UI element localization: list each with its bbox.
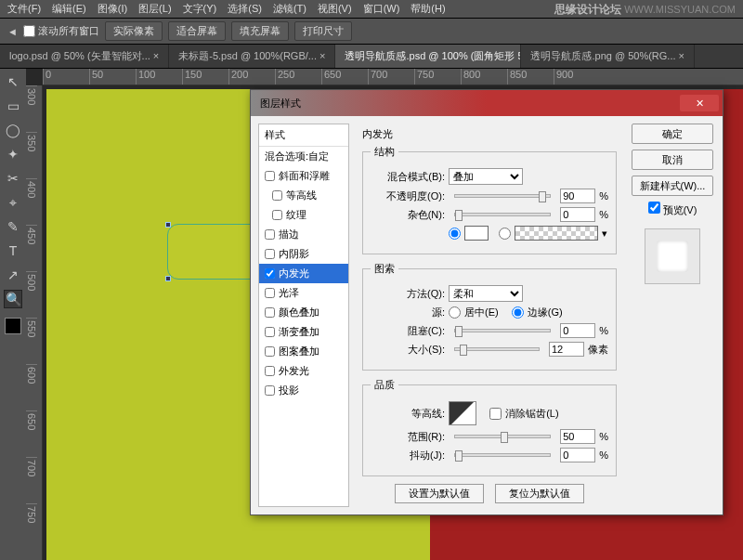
style-checkbox[interactable] [265, 307, 275, 318]
close-icon[interactable]: ✕ [680, 95, 719, 111]
dropdown-icon[interactable]: ▾ [602, 228, 607, 240]
menu-window[interactable]: 窗口(W) [363, 2, 400, 16]
style-item[interactable]: 内发光 [259, 264, 348, 283]
document-tabs: logo.psd @ 50% (矢量智能对... × 未标题-5.psd @ 1… [0, 45, 743, 69]
noise-slider[interactable] [454, 213, 551, 216]
style-item[interactable]: 颜色叠加 [259, 303, 348, 322]
style-item[interactable]: 纹理 [259, 205, 348, 225]
doc-tab[interactable]: 未标题-5.psd @ 100%(RGB/... × [169, 45, 335, 68]
range-input[interactable] [560, 429, 595, 444]
dialog-titlebar[interactable]: 图层样式 ✕ [251, 90, 723, 116]
fit-screen-button[interactable]: 适合屏幕 [168, 21, 226, 41]
foreground-swatch[interactable] [5, 318, 21, 334]
style-checkbox[interactable] [265, 288, 275, 298]
menu-filter[interactable]: 滤镜(T) [273, 2, 306, 16]
menu-type[interactable]: 文字(Y) [183, 2, 217, 16]
style-item[interactable]: 投影 [259, 381, 348, 400]
preview-thumbnail [645, 228, 700, 284]
style-checkbox[interactable] [265, 229, 275, 240]
menu-layer[interactable]: 图层(L) [138, 2, 171, 16]
size-slider[interactable] [454, 347, 540, 351]
style-item[interactable]: 光泽 [259, 283, 348, 303]
glow-color-swatch[interactable] [464, 226, 489, 241]
gradient-radio[interactable] [499, 228, 511, 240]
opacity-input[interactable] [560, 189, 595, 203]
style-checkbox[interactable] [272, 190, 282, 201]
marquee-tool-icon[interactable]: ▭ [4, 97, 22, 115]
style-item[interactable]: 外发光 [259, 361, 348, 381]
style-list: 样式 混合选项:自定 斜面和浮雕等高线纹理描边内阴影内发光光泽颜色叠加渐变叠加图… [258, 124, 349, 507]
doc-tab[interactable]: logo.psd @ 50% (矢量智能对... × [0, 45, 169, 68]
jitter-slider[interactable] [454, 453, 551, 457]
style-checkbox[interactable] [265, 346, 275, 357]
menu-file[interactable]: 文件(F) [7, 2, 41, 16]
source-edge-radio[interactable] [512, 306, 524, 319]
style-item[interactable]: 渐变叠加 [259, 322, 348, 342]
choke-slider[interactable] [454, 329, 551, 332]
jitter-input[interactable] [560, 448, 595, 462]
wand-tool-icon[interactable]: ✦ [4, 145, 22, 163]
preview-checkbox[interactable]: 预览(V) [648, 202, 697, 217]
path-tool-icon[interactable]: ↗ [4, 266, 22, 284]
menu-bar: 文件(F) 编辑(E) 图像(I) 图层(L) 文字(Y) 选择(S) 滤镜(T… [0, 0, 743, 19]
dialog-actions: 确定 取消 新建样式(W)... 预览(V) [630, 124, 715, 507]
actual-pixels-button[interactable]: 实际像素 [105, 21, 163, 41]
style-checkbox[interactable] [265, 385, 275, 396]
style-checkbox[interactable] [265, 249, 275, 259]
choke-input[interactable] [560, 323, 595, 338]
style-checkbox[interactable] [272, 210, 282, 220]
reset-default-button[interactable]: 复位为默认值 [495, 484, 584, 503]
menu-view[interactable]: 视图(V) [318, 2, 352, 16]
menu-help[interactable]: 帮助(H) [411, 2, 445, 16]
style-item[interactable]: 图案叠加 [259, 342, 348, 361]
style-checkbox[interactable] [265, 268, 275, 279]
technique-select[interactable]: 柔和 [449, 285, 523, 302]
style-list-header: 样式 [259, 124, 348, 147]
menu-edit[interactable]: 编辑(E) [52, 2, 86, 16]
size-input[interactable] [549, 342, 584, 357]
doc-tab-active[interactable]: 透明导航质感.psd @ 100% (圆角矩形 5, RGB/8*) * × [335, 45, 521, 68]
move-tool-icon[interactable]: ↖ [4, 72, 22, 91]
antialias-checkbox[interactable] [489, 408, 502, 420]
watermark: 思缘设计论坛 WWW.MISSYUAN.COM [554, 2, 736, 18]
style-item[interactable]: 描边 [259, 225, 348, 244]
blend-mode-select[interactable]: 叠加 [449, 168, 523, 185]
structure-group: 结构 混合模式(B):叠加 不透明度(O):% 杂色(N):% ▾ [362, 145, 617, 254]
brush-tool-icon[interactable]: ✎ [4, 217, 22, 236]
style-item[interactable]: 内阴影 [259, 244, 348, 264]
noise-input[interactable] [560, 207, 595, 222]
doc-tab[interactable]: 透明导航质感.png @ 50%(RG... × [521, 45, 695, 68]
print-size-button[interactable]: 打印尺寸 [294, 21, 352, 41]
blend-options[interactable]: 混合选项:自定 [259, 147, 348, 166]
cancel-button[interactable]: 取消 [632, 150, 713, 170]
quality-group: 品质 等高线: 消除锯齿(L) 范围(R):% 抖动(J):% [362, 378, 617, 476]
source-center-radio[interactable] [449, 306, 461, 319]
style-checkbox[interactable] [265, 171, 275, 181]
type-tool-icon[interactable]: T [4, 241, 22, 260]
range-slider[interactable] [454, 435, 551, 438]
zoom-tool-icon[interactable]: 🔍 [4, 290, 22, 308]
arrow-left-icon[interactable]: ◄ [7, 26, 18, 37]
toolbox: ↖ ▭ ◯ ✦ ✂ ⌖ ✎ T ↗ 🔍 [0, 69, 26, 560]
menu-select[interactable]: 选择(S) [228, 2, 262, 16]
eyedropper-tool-icon[interactable]: ⌖ [4, 193, 22, 212]
lasso-tool-icon[interactable]: ◯ [4, 121, 22, 139]
contour-picker[interactable] [449, 401, 476, 425]
style-item[interactable]: 斜面和浮雕 [259, 166, 348, 186]
style-checkbox[interactable] [265, 327, 275, 337]
opacity-slider[interactable] [454, 194, 551, 198]
fill-screen-button[interactable]: 填充屏幕 [231, 21, 289, 41]
menu-image[interactable]: 图像(I) [98, 2, 127, 16]
elements-group: 图索 方法(Q):柔和 源:居中(E) 边缘(G) 阻塞(C):% 大小(S):… [362, 262, 617, 371]
style-item[interactable]: 等高线 [259, 186, 348, 205]
gradient-swatch[interactable] [515, 226, 598, 241]
scroll-all-checkbox[interactable]: 滚动所有窗口 [23, 24, 99, 38]
ruler-vertical: 300350400450500550600650700750 [26, 85, 43, 560]
ok-button[interactable]: 确定 [632, 124, 713, 144]
crop-tool-icon[interactable]: ✂ [4, 169, 22, 188]
set-default-button[interactable]: 设置为默认值 [395, 484, 484, 503]
new-style-button[interactable]: 新建样式(W)... [632, 176, 713, 196]
style-checkbox[interactable] [265, 366, 275, 376]
layer-style-dialog: 图层样式 ✕ 样式 混合选项:自定 斜面和浮雕等高线纹理描边内阴影内发光光泽颜色… [250, 89, 723, 515]
color-radio[interactable] [449, 228, 461, 240]
